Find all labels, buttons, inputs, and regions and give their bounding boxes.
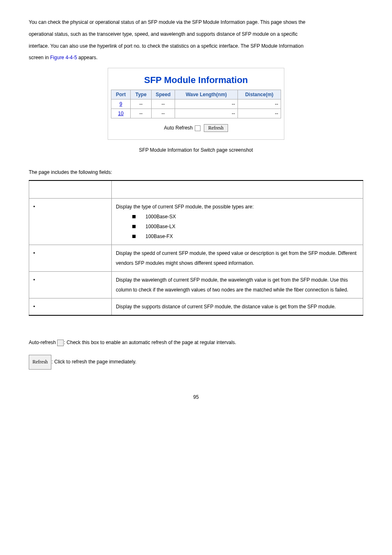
field-desc-speed: Display the spedd of current SFP module,… [112,245,363,272]
cell-speed: -- [152,99,175,109]
intro-line4b: appears. [77,55,97,60]
figure-caption: SFP Module Information for Switch page s… [29,147,363,153]
port-link-10[interactable]: 10 [118,111,123,116]
figure-reference-link[interactable]: Figure 4-4-5 [50,55,77,60]
type-item: 1000Base-SX [132,212,359,222]
intro-line1: You can check the physical or operationa… [29,19,305,25]
field-row-type: • Display the type of current SFP module… [29,199,363,245]
fields-intro: The page includes the following fields: [29,169,363,175]
intro-line2: operational status, such as the transcei… [29,31,297,37]
col-header-type: Type [131,90,152,99]
table-row: 9 -- -- -- -- [111,99,281,109]
col-header-speed: Speed [152,90,175,99]
auto-refresh-prefix: Auto-refresh [29,340,57,345]
intro-line4a: screen in [29,55,50,60]
field-desc-type: Display the type of current SFP module, … [112,199,363,245]
field-desc-dist: Display the supports distance of current… [112,298,363,316]
cell-wave: -- [175,109,238,118]
auto-refresh-desc: : Check this box to enable an automatic … [64,340,236,345]
page-number: 95 [29,394,363,400]
refresh-button[interactable]: Refresh [204,124,228,132]
col-header-wave: Wave Length(nm) [175,90,238,99]
type-item: 100Base-FX [132,231,359,241]
intro-line3: interface. You can also use the hyperlin… [29,43,304,49]
field-object-type: • [29,199,112,245]
col-header-dist: Distance(m) [238,90,281,99]
table-row: 10 -- -- -- -- [111,109,281,118]
fields-header-object [29,180,112,199]
field-object-speed: • [29,245,112,272]
intro-paragraph: You can check the physical or operationa… [29,16,363,64]
refresh-button-inline[interactable]: Refresh [29,355,51,369]
col-header-port: Port [111,90,131,99]
refresh-desc: : Click to refresh the page immediately. [51,359,136,365]
field-object-wave: • [29,272,112,298]
type-item-0: 1000Base-SX [145,212,176,222]
type-item-1: 1000Base-LX [145,222,175,231]
type-item: 1000Base-LX [132,222,359,231]
fields-header-description [112,180,363,199]
cell-type: -- [131,99,152,109]
fields-table: • Display the type of current SFP module… [29,180,363,316]
sfp-module-info-panel: SFP Module Information Port Type Speed W… [108,68,284,140]
panel-controls: Auto Refresh Refresh [110,124,282,132]
panel-title: SFP Module Information [110,75,282,86]
cell-wave: -- [175,99,238,109]
sfp-table: Port Type Speed Wave Length(nm) Distance… [111,90,281,118]
type-item-2: 100Base-FX [145,231,173,241]
field-row-wave: • Display the wavelength of current SFP … [29,272,363,298]
checkbox-icon-inline[interactable] [57,340,64,346]
type-desc-text: Display the type of current SFP module, … [116,204,254,210]
auto-refresh-checkbox[interactable] [195,125,201,131]
footer-controls: Auto-refresh : Check this box to enable … [29,336,363,369]
field-row-speed: • Display the spedd of current SFP modul… [29,245,363,272]
cell-speed: -- [152,109,175,118]
square-bullet-icon [132,235,136,238]
field-row-dist: • Display the supports distance of curre… [29,298,363,316]
cell-dist: -- [238,99,281,109]
field-desc-wave: Display the wavelength of current SFP mo… [112,272,363,298]
square-bullet-icon [132,225,136,228]
cell-type: -- [131,109,152,118]
square-bullet-icon [132,215,136,218]
cell-dist: -- [238,109,281,118]
auto-refresh-label: Auto Refresh [164,125,193,131]
port-link-9[interactable]: 9 [120,101,122,107]
field-object-dist: • [29,298,112,316]
